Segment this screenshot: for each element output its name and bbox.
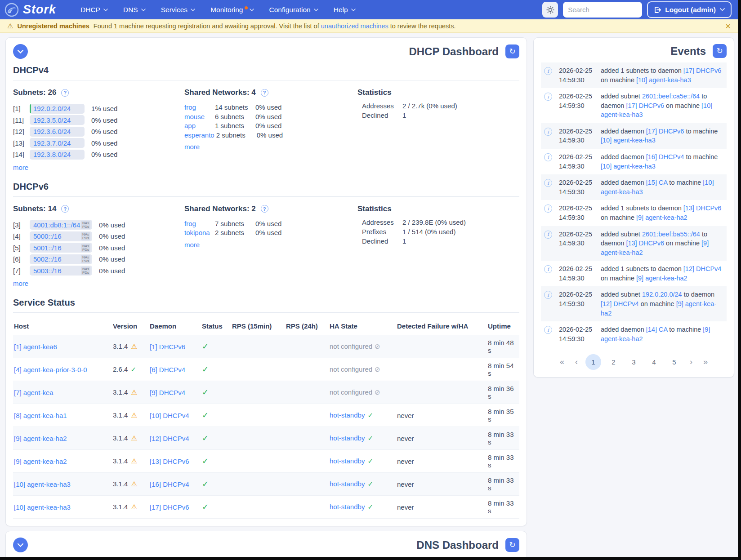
event-entity-link[interactable]: [12] DHCPv4 <box>683 265 722 272</box>
nav-menu-dhcp[interactable]: DHCP <box>74 1 114 18</box>
shared-network-link[interactable]: mouse <box>184 112 213 122</box>
host-link[interactable]: [10] agent-kea-ha3 <box>14 503 71 511</box>
event-entity-link[interactable]: [13] DHCPv6 <box>626 240 664 247</box>
pagination-page-2[interactable]: 2 <box>606 354 621 370</box>
subnet-link[interactable]: 5003::/16 NAsPDs <box>30 266 92 276</box>
event-entity-link[interactable]: 2601:beef:ba55::/64 <box>642 231 700 238</box>
nav-menu-configuration[interactable]: Configuration <box>263 1 325 18</box>
statistic-row: Addresses 2 / 2.7k (0% used) <box>357 101 519 111</box>
event-entity-link[interactable]: [13] DHCPv6 <box>683 204 722 212</box>
subnet-row: [14] 192.3.8.0/24 0% used <box>13 149 184 160</box>
nav-menu-help[interactable]: Help <box>327 1 362 18</box>
pagination-page-4[interactable]: 4 <box>646 354 662 370</box>
event-entity-link[interactable]: [16] DHCPv4 <box>646 153 684 160</box>
event-entity-link[interactable]: 192.0.20.0/24 <box>642 291 682 298</box>
pagination-page-1[interactable]: 1 <box>585 354 601 370</box>
shared-network-link[interactable]: frog <box>184 219 213 229</box>
status-ok-icon: ✓ <box>202 365 209 374</box>
subnet-link[interactable]: 192.3.5.0/24 <box>30 115 85 125</box>
daemon-link[interactable]: [13] DHCPv6 <box>150 458 189 465</box>
shared-network-link[interactable]: app <box>184 121 213 131</box>
shared-network-link[interactable]: frog <box>184 103 213 112</box>
question-circle-icon[interactable]: ? <box>261 205 268 213</box>
question-circle-icon[interactable]: ? <box>61 89 69 97</box>
subnet-row: [6] 5002::/16 NAsPDs 0% used <box>13 253 184 265</box>
subnet-link[interactable]: 4001:db8:1::/64 NAsPDs <box>30 220 92 230</box>
subnet-link[interactable]: 192.3.7.0/24 <box>30 138 85 148</box>
unauthorized-machines-link[interactable]: unauthorized machines <box>321 22 388 30</box>
sun-icon <box>546 6 554 14</box>
subnet-link[interactable]: 5000::/16 NAsPDs <box>30 231 92 241</box>
banner-close-button[interactable]: × <box>725 22 731 31</box>
pagination-last-button[interactable]: » <box>700 357 711 367</box>
brand[interactable]: Stork <box>4 3 56 17</box>
pagination-page-3[interactable]: 3 <box>626 354 642 370</box>
pagination-next-button[interactable]: › <box>687 357 696 367</box>
ha-state-link[interactable]: hot-standby <box>330 457 365 465</box>
subnet-kind-tags: NAsPDs <box>81 232 90 240</box>
ha-state-link[interactable]: hot-standby <box>330 411 365 419</box>
host-link[interactable]: [8] agent-kea-ha1 <box>14 412 67 419</box>
question-circle-icon[interactable]: ? <box>261 89 268 97</box>
nav-menu-monitoring[interactable]: Monitoring <box>204 1 260 18</box>
subnet-link[interactable]: 5002::/16 NAsPDs <box>30 254 92 264</box>
subnet-link[interactable]: 192.3.8.0/24 <box>30 150 85 160</box>
host-link[interactable]: [7] agent-kea <box>14 389 54 396</box>
event-entity-link[interactable]: [10] agent-kea-ha3 <box>636 76 691 84</box>
daemon-link[interactable]: [16] DHCPv4 <box>150 480 189 488</box>
dhcpv6-subnets-more-link[interactable]: more <box>13 280 28 287</box>
host-link[interactable]: [10] agent-kea-ha3 <box>14 480 71 488</box>
daemon-link[interactable]: [12] DHCPv4 <box>150 435 189 442</box>
daemon-link[interactable]: [10] DHCPv4 <box>150 412 189 419</box>
nav-menu-dns[interactable]: DNS <box>117 1 152 18</box>
rps-15min-value <box>231 473 285 496</box>
dns-refresh-button[interactable]: ↻ <box>505 538 519 552</box>
event-entity-link[interactable]: [15] CA <box>646 179 668 186</box>
event-entity-link[interactable]: [14] CA <box>646 326 668 333</box>
daemon-link[interactable]: [6] DHCPv4 <box>150 366 185 373</box>
nav-menu-services[interactable]: Services <box>155 1 201 18</box>
dns-collapse-button[interactable] <box>13 538 28 552</box>
event-timestamp: 2026-02-25 14:59:30 <box>559 152 597 171</box>
pagination-previous-button[interactable]: ‹ <box>572 357 581 367</box>
theme-toggle-button[interactable] <box>542 2 558 18</box>
dhcpv6-shared-more-link[interactable]: more <box>184 241 200 249</box>
rps-15min-value <box>231 358 285 381</box>
event-entity-link[interactable]: [17] DHCPv6 <box>646 128 684 135</box>
question-circle-icon[interactable]: ? <box>61 205 69 213</box>
daemon-link[interactable]: [17] DHCPv6 <box>150 503 189 511</box>
dhcpv4-subnets-more-link[interactable]: more <box>13 164 28 171</box>
daemon-link[interactable]: [9] DHCPv4 <box>150 389 185 396</box>
ha-state-link[interactable]: hot-standby <box>330 480 365 488</box>
event-entity-link[interactable]: [17] DHCPv6 <box>683 67 722 74</box>
pagination-first-button[interactable]: « <box>557 357 567 367</box>
shared-network-link[interactable]: tokipona <box>184 228 213 238</box>
daemon-link[interactable]: [1] DHCPv6 <box>150 343 185 351</box>
host-link[interactable]: [9] agent-kea-ha2 <box>14 435 67 442</box>
dhcpv4-subnets-label: Subnets: 26 <box>13 88 56 97</box>
event-entity-link[interactable]: [17] DHCPv6 <box>626 102 664 109</box>
search-input[interactable] <box>563 2 642 18</box>
shared-network-link[interactable]: esperanto <box>184 131 214 140</box>
event-entity-link[interactable]: [10] agent-kea-ha3 <box>601 137 656 144</box>
event-entity-link[interactable]: [12] DHCPv4 <box>601 300 639 307</box>
event-entity-link[interactable]: [9] agent-kea-ha2 <box>636 214 687 221</box>
host-link[interactable]: [1] agent-kea6 <box>14 343 57 351</box>
dhcp-refresh-button[interactable]: ↻ <box>505 44 519 58</box>
events-refresh-button[interactable]: ↻ <box>713 44 727 58</box>
event-entity-link[interactable]: 2601:beef:ca5e::/64 <box>642 93 700 100</box>
subnet-link[interactable]: 5001::/16 NAsPDs <box>30 243 92 253</box>
dhcpv4-shared-more-link[interactable]: more <box>184 143 200 151</box>
ha-state-link[interactable]: hot-standby <box>330 434 365 442</box>
subnet-link[interactable]: 192.3.6.0/24 <box>30 127 85 137</box>
host-link[interactable]: [4] agent-kea-prior-3-0-0 <box>14 366 87 373</box>
event-entity-link[interactable]: [9] agent-kea-ha2 <box>636 275 687 282</box>
logout-button[interactable]: Logout (admin) <box>647 1 732 18</box>
service-status-row: [9] agent-kea-ha23.1.4⚠[13] DHCPv6✓hot-s… <box>13 450 519 473</box>
ha-state-link[interactable]: hot-standby <box>330 503 365 511</box>
subnet-link[interactable]: 192.0.2.0/24 <box>30 104 85 114</box>
pagination-page-5[interactable]: 5 <box>666 354 682 370</box>
event-entity-link[interactable]: [10] agent-kea-ha3 <box>601 163 656 170</box>
host-link[interactable]: [9] agent-kea-ha2 <box>14 458 67 465</box>
dhcp-collapse-button[interactable] <box>13 44 28 59</box>
